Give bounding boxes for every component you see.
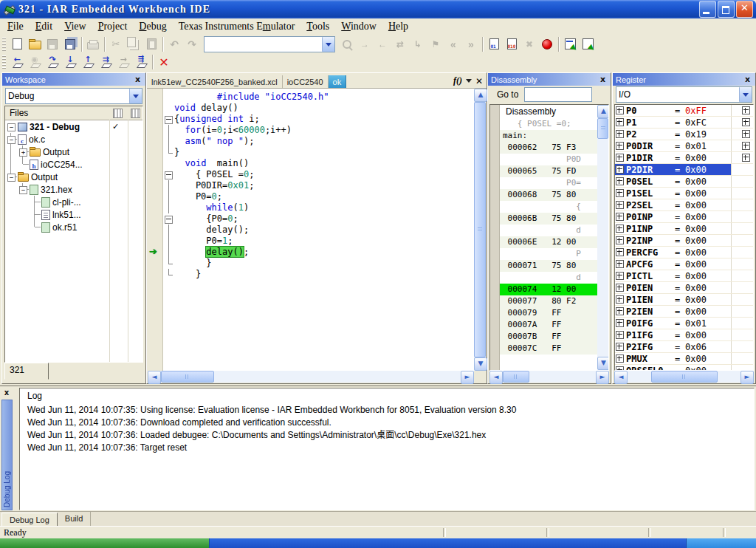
make-button[interactable] xyxy=(503,36,520,52)
tree-item-ok-r51[interactable]: ok.r51 xyxy=(5,221,142,233)
find-next-button[interactable] xyxy=(356,36,374,52)
register-row-p1dir[interactable]: P1DIR = 0x00 xyxy=(615,152,753,164)
collapse-icon[interactable]: − xyxy=(19,186,27,194)
disasm-source-row[interactable]: d xyxy=(500,225,597,236)
editor-tab-iocc2540[interactable]: ioCC2540 xyxy=(283,75,329,88)
code-line[interactable]: } xyxy=(163,147,486,158)
expand-icon[interactable] xyxy=(742,118,750,126)
expand-icon[interactable] xyxy=(616,201,624,209)
tree-item-output[interactable]: − Output xyxy=(5,171,142,183)
expand-icon[interactable] xyxy=(616,319,624,327)
expand-icon[interactable] xyxy=(742,106,750,114)
register-row-p2ifg[interactable]: P2IFG = 0x06 xyxy=(615,341,753,353)
register-row-p2dir[interactable]: P2DIR = 0x00 xyxy=(615,164,753,176)
chevron-down-icon[interactable] xyxy=(322,37,334,52)
scroll-right-icon[interactable]: ► xyxy=(596,371,609,384)
search-combo[interactable] xyxy=(204,36,335,52)
taskbar-right-segment[interactable] xyxy=(686,538,756,548)
go-to-button[interactable] xyxy=(409,36,427,52)
find-previous-button[interactable] xyxy=(374,36,391,52)
members-column-icon[interactable] xyxy=(113,109,123,118)
scrollbar-track[interactable] xyxy=(718,371,741,383)
close-button[interactable] xyxy=(736,1,753,18)
log-tab-debug-log[interactable]: Debug Log xyxy=(1,513,58,527)
disasm-row-000074[interactable]: 000074 12 00 xyxy=(500,284,597,295)
minimize-button[interactable] xyxy=(699,1,716,18)
undo-button[interactable] xyxy=(165,36,183,52)
editor-tab-lnk51ew-cc2540f256-banked-xcl[interactable]: lnk51ew_CC2540F256_banked.xcl xyxy=(147,75,283,88)
expand-icon[interactable] xyxy=(616,272,624,280)
scroll-up-icon[interactable]: ▲ xyxy=(474,89,487,102)
scroll-up-icon[interactable]: ▲ xyxy=(597,105,609,118)
register-row-p0sel[interactable]: P0SEL = 0x00 xyxy=(615,176,753,188)
title-bar[interactable]: 321 - IAR Embedded Workbench IDE xyxy=(0,0,756,18)
scroll-left-icon[interactable]: ◄ xyxy=(148,371,161,384)
disassembly-gutter[interactable] xyxy=(490,105,500,370)
next-statement-button[interactable] xyxy=(97,54,114,70)
menu-item-tools[interactable]: Tools xyxy=(300,19,335,34)
new-document-button[interactable] xyxy=(8,36,26,52)
register-row-p0ifg[interactable]: P0IFG = 0x01 xyxy=(615,318,753,329)
editor-body[interactable]: ➔ #include "ioCC2540.h"void delay(){unsi… xyxy=(148,89,486,371)
code-line[interactable]: P0DIR=0x01; xyxy=(163,180,486,191)
restore-button[interactable] xyxy=(718,1,735,18)
menu-item-project[interactable]: Project xyxy=(92,19,134,34)
register-row-percfg[interactable]: PERCFG = 0x00 xyxy=(615,247,753,258)
scroll-left-icon[interactable]: ◄ xyxy=(489,371,503,384)
taskbar-start-segment[interactable] xyxy=(0,538,209,548)
scrollbar-track[interactable] xyxy=(597,139,608,357)
register-row-p0ien[interactable]: P0IEN = 0x00 xyxy=(615,282,753,294)
disassembly-horizontal-scrollbar[interactable]: ◄ ► xyxy=(489,371,609,383)
expand-icon[interactable] xyxy=(616,248,624,256)
expand-icon[interactable] xyxy=(616,355,624,363)
configuration-dropdown[interactable]: Debug xyxy=(5,88,142,104)
fold-collapse-icon[interactable] xyxy=(165,216,173,224)
scrollbar-thumb[interactable] xyxy=(597,118,608,139)
code-line[interactable]: delay(); xyxy=(163,247,486,258)
register-row-apcfg[interactable]: APCFG = 0x00 xyxy=(615,258,753,270)
disasm-row-000079[interactable]: 000079 FF xyxy=(500,307,597,319)
code-line[interactable]: { P0SEL =0; xyxy=(163,169,486,180)
scrollbar-thumb[interactable] xyxy=(161,371,214,383)
expand-icon[interactable] xyxy=(616,225,624,233)
scroll-left-icon[interactable]: ◄ xyxy=(614,371,628,384)
expand-icon[interactable] xyxy=(742,142,750,150)
disasm-row-00007B[interactable]: 00007B FF xyxy=(500,331,597,343)
menu-item-help[interactable]: Help xyxy=(382,19,414,34)
expand-icon[interactable] xyxy=(616,154,624,162)
code-line[interactable]: P0=0; xyxy=(163,191,486,202)
disasm-row-000077[interactable]: 000077 80 F2 xyxy=(500,295,597,307)
menu-item-file[interactable]: File xyxy=(1,19,30,34)
tree-item-321-hex[interactable]: − 321.hex xyxy=(5,183,142,196)
register-title-bar[interactable]: Register x xyxy=(613,73,755,86)
disasm-source-row[interactable]: P xyxy=(500,248,597,260)
expand-icon[interactable] xyxy=(616,295,624,304)
save-all-button[interactable] xyxy=(61,36,79,52)
replace-button[interactable] xyxy=(391,36,409,52)
collapse-icon[interactable]: − xyxy=(7,174,16,182)
register-row-p2sel[interactable]: P2SEL = 0x00 xyxy=(615,199,753,211)
toolbar-grip[interactable] xyxy=(2,38,6,51)
scroll-down-icon[interactable]: ▼ xyxy=(474,357,487,371)
disasm-source-row[interactable]: P0= xyxy=(500,177,597,189)
register-row-p0dir[interactable]: P0DIR = 0x01 xyxy=(615,140,753,152)
reset-button[interactable] xyxy=(8,54,26,70)
disassembly-list[interactable]: Disassembly { P0SEL =0;main: 000062 75 F… xyxy=(489,104,609,371)
go-button[interactable] xyxy=(132,54,150,70)
compile-button[interactable] xyxy=(485,36,503,52)
expand-icon[interactable] xyxy=(742,154,750,162)
expand-icon[interactable] xyxy=(616,213,624,221)
register-row-p0inp[interactable]: P0INP = 0x00 xyxy=(615,211,753,223)
disasm-source-row[interactable]: P0D xyxy=(500,154,597,165)
stop-debugging-button[interactable] xyxy=(155,54,173,70)
register-row-p2ien[interactable]: P2IEN = 0x00 xyxy=(615,306,753,318)
copy-button[interactable] xyxy=(125,36,142,52)
open-button[interactable] xyxy=(26,36,44,52)
tree-item-output[interactable]: + Output xyxy=(5,145,142,158)
step-over-button[interactable] xyxy=(44,54,61,70)
editor-tab-ok[interactable]: ok xyxy=(329,75,347,88)
collapse-icon[interactable]: − xyxy=(7,136,16,144)
register-row-p1inp[interactable]: P1INP = 0x00 xyxy=(615,223,753,235)
register-horizontal-scrollbar[interactable]: ◄ ► xyxy=(614,371,754,383)
download-and-debug-button[interactable] xyxy=(561,36,579,52)
